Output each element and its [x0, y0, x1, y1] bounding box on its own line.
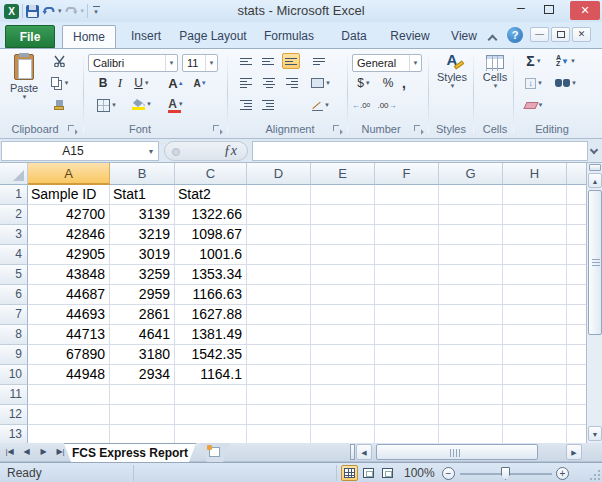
borders-button[interactable]: ▼	[94, 97, 120, 113]
bold-button[interactable]: B	[96, 75, 110, 91]
cell-A3[interactable]: 42846	[28, 225, 110, 245]
cell-C12[interactable]	[175, 405, 247, 425]
cell-F4[interactable]	[375, 245, 439, 265]
cell-F8[interactable]	[375, 325, 439, 345]
increase-indent-button[interactable]	[260, 97, 278, 113]
cell-A11[interactable]	[28, 385, 110, 405]
cell-E13[interactable]	[311, 425, 375, 443]
cell-E5[interactable]	[311, 265, 375, 285]
cell-H9[interactable]	[503, 345, 567, 365]
normal-view-button[interactable]	[341, 465, 358, 481]
cell-partial-6[interactable]	[567, 285, 586, 305]
format-painter-button[interactable]	[48, 97, 70, 113]
cell-F7[interactable]	[375, 305, 439, 325]
cell-C9[interactable]: 1542.35	[175, 345, 247, 365]
cell-E7[interactable]	[311, 305, 375, 325]
cell-B2[interactable]: 3139	[110, 205, 175, 225]
accounting-format-button[interactable]: $▼	[352, 75, 376, 91]
cell-partial-1[interactable]	[567, 185, 586, 205]
cell-A10[interactable]: 44948	[28, 365, 110, 385]
sort-filter-button[interactable]: AZ▼▼	[552, 53, 580, 69]
cell-A4[interactable]: 42905	[28, 245, 110, 265]
font-color-button[interactable]: A▼	[162, 95, 190, 113]
page-break-view-button[interactable]	[379, 465, 396, 481]
cell-D7[interactable]	[247, 305, 311, 325]
insert-worksheet-tab[interactable]	[200, 443, 230, 462]
row-header-3[interactable]: 3	[0, 225, 28, 245]
cell-E12[interactable]	[311, 405, 375, 425]
cell-D12[interactable]	[247, 405, 311, 425]
cell-D5[interactable]	[247, 265, 311, 285]
horizontal-scrollbar[interactable]: ◀ ▶	[356, 443, 596, 461]
next-sheet-button[interactable]: ▶	[37, 445, 50, 459]
vertical-scrollbar[interactable]: ▲ ▼	[586, 163, 602, 443]
cell-partial-2[interactable]	[567, 205, 586, 225]
cell-G4[interactable]	[439, 245, 503, 265]
zoom-out-button[interactable]: −	[442, 467, 455, 480]
horizontal-scroll-thumb[interactable]	[376, 444, 538, 460]
maximize-button[interactable]	[536, 0, 562, 19]
orientation-button[interactable]: ▼	[306, 97, 336, 113]
cell-D10[interactable]	[247, 365, 311, 385]
cell-A8[interactable]: 44713	[28, 325, 110, 345]
cut-button[interactable]	[48, 53, 70, 69]
cell-partial-10[interactable]	[567, 365, 586, 385]
cell-D1[interactable]	[247, 185, 311, 205]
row-header-1[interactable]: 1	[0, 185, 28, 205]
cell-H4[interactable]	[503, 245, 567, 265]
cell-A12[interactable]	[28, 405, 110, 425]
cell-B11[interactable]	[110, 385, 175, 405]
cell-A7[interactable]: 44693	[28, 305, 110, 325]
cell-G8[interactable]	[439, 325, 503, 345]
cell-C3[interactable]: 1098.67	[175, 225, 247, 245]
cell-G13[interactable]	[439, 425, 503, 443]
number-format-combo[interactable]: General▼	[352, 54, 422, 72]
vertical-split-handle[interactable]	[589, 164, 601, 171]
paste-button[interactable]: Paste ▼	[7, 51, 41, 121]
name-box-dropdown-icon[interactable]: ▼	[144, 148, 158, 155]
alignment-dialog-launcher[interactable]	[333, 125, 342, 134]
cell-E3[interactable]	[311, 225, 375, 245]
font-size-dropdown-icon[interactable]: ▼	[205, 55, 217, 71]
grow-font-button[interactable]: A▲	[166, 75, 186, 91]
styles-button[interactable]: A Styles ▼	[434, 51, 470, 121]
cell-B7[interactable]: 2861	[110, 305, 175, 325]
number-format-dropdown-icon[interactable]: ▼	[409, 55, 421, 71]
zoom-slider-thumb[interactable]	[501, 467, 510, 480]
cell-E1[interactable]	[311, 185, 375, 205]
cell-B6[interactable]: 2959	[110, 285, 175, 305]
row-header-6[interactable]: 6	[0, 285, 28, 305]
cell-H1[interactable]	[503, 185, 567, 205]
cell-H8[interactable]	[503, 325, 567, 345]
cell-G12[interactable]	[439, 405, 503, 425]
row-header-2[interactable]: 2	[0, 205, 28, 225]
font-name-combo[interactable]: Calibri▼	[88, 54, 178, 72]
scroll-up-button[interactable]: ▲	[588, 173, 602, 188]
cell-B1[interactable]: Stat1	[110, 185, 175, 205]
column-header-a[interactable]: A	[28, 163, 110, 185]
cell-F10[interactable]	[375, 365, 439, 385]
font-name-dropdown-icon[interactable]: ▼	[165, 55, 177, 71]
cell-A13[interactable]	[28, 425, 110, 443]
cell-D3[interactable]	[247, 225, 311, 245]
tab-file[interactable]: File	[5, 25, 55, 48]
cell-B9[interactable]: 3180	[110, 345, 175, 365]
tab-review[interactable]: Review	[386, 25, 434, 48]
fill-color-button[interactable]: ▼	[128, 95, 156, 113]
number-dialog-launcher[interactable]	[414, 125, 423, 134]
cell-partial-5[interactable]	[567, 265, 586, 285]
cell-A2[interactable]: 42700	[28, 205, 110, 225]
italic-button[interactable]: I	[114, 75, 126, 91]
clipboard-dialog-launcher[interactable]	[68, 125, 77, 134]
close-button[interactable]: ✕	[570, 1, 600, 20]
help-icon[interactable]: ?	[507, 27, 523, 43]
row-header-5[interactable]: 5	[0, 265, 28, 285]
percent-style-button[interactable]: %	[380, 75, 396, 91]
cell-F1[interactable]	[375, 185, 439, 205]
cell-partial-4[interactable]	[567, 245, 586, 265]
cell-C1[interactable]: Stat2	[175, 185, 247, 205]
cell-D9[interactable]	[247, 345, 311, 365]
align-top-button[interactable]	[238, 53, 256, 69]
previous-sheet-button[interactable]: ◀	[20, 445, 33, 459]
column-header-e[interactable]: E	[311, 163, 375, 185]
